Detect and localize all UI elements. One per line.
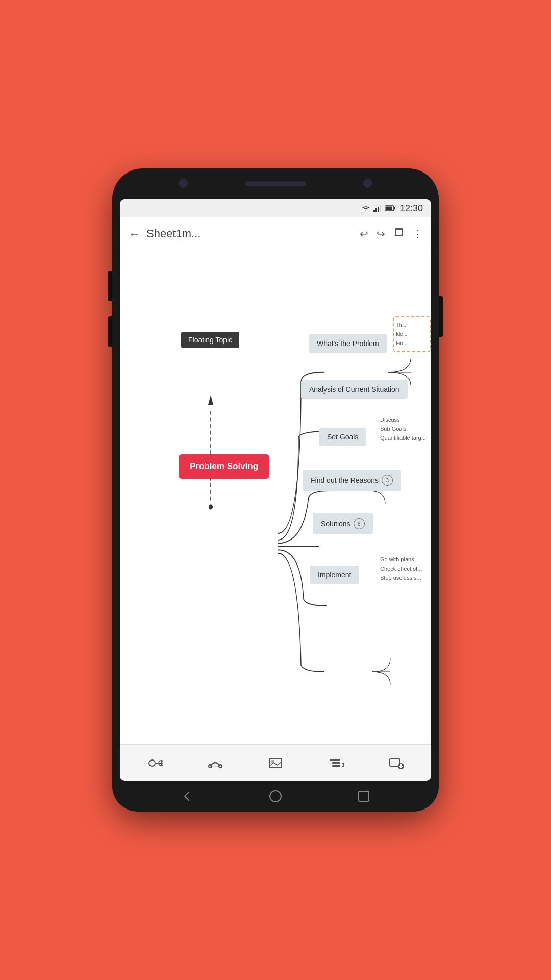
sub-stop-useless: Stop useless s... bbox=[380, 575, 421, 581]
undo-button[interactable]: ↩ bbox=[360, 228, 368, 240]
branch-solutions[interactable]: Solutions 6 bbox=[313, 513, 373, 534]
recents-nav-button[interactable] bbox=[356, 789, 371, 804]
bottom-toolbar bbox=[120, 744, 431, 781]
svg-point-11 bbox=[209, 504, 213, 509]
phone-nav-bar bbox=[112, 781, 439, 812]
branch-find-reasons[interactable]: Find out the Reasons 3 bbox=[303, 470, 401, 491]
home-nav-button[interactable] bbox=[268, 789, 283, 804]
redo-button[interactable]: ↪ bbox=[377, 228, 385, 240]
svg-rect-21 bbox=[271, 760, 274, 763]
phone-device: 12:30 ← Sheet1m... ↩ ↪ ⋮ bbox=[112, 168, 439, 812]
volume-down-button[interactable] bbox=[108, 316, 112, 347]
status-icons bbox=[361, 205, 396, 212]
branch-whats-problem[interactable]: What's the Problem bbox=[309, 334, 387, 353]
orange-partial-node: Th... Ide... Fin... bbox=[393, 316, 431, 352]
svg-rect-26 bbox=[332, 762, 340, 764]
svg-line-23 bbox=[273, 763, 278, 765]
floating-topic-node[interactable]: Floating Topic bbox=[181, 332, 239, 348]
toolbar-icons: ↩ ↪ ⋮ bbox=[360, 227, 423, 240]
camera-dot-right bbox=[363, 179, 372, 188]
back-button[interactable]: ← bbox=[128, 227, 140, 241]
battery-icon bbox=[385, 205, 396, 211]
svg-rect-6 bbox=[385, 207, 392, 210]
mindmap-canvas[interactable]: Floating Topic Problem Solving What's th… bbox=[120, 250, 431, 744]
camera-dot-left bbox=[179, 179, 188, 188]
svg-rect-0 bbox=[373, 210, 375, 212]
phone-top-bar bbox=[112, 168, 439, 199]
status-time: 12:30 bbox=[400, 203, 423, 214]
phone-screen: 12:30 ← Sheet1m... ↩ ↪ ⋮ bbox=[120, 199, 431, 781]
svg-rect-8 bbox=[396, 230, 402, 235]
wifi-icon bbox=[361, 205, 370, 212]
svg-rect-2 bbox=[378, 207, 379, 212]
sub-go-plans: Go with plans bbox=[380, 556, 414, 562]
badge-reasons: 3 bbox=[382, 475, 393, 486]
add-more-button[interactable] bbox=[384, 751, 408, 775]
branch-analysis[interactable]: Analysis of Current Situation bbox=[301, 380, 408, 399]
svg-rect-5 bbox=[394, 207, 395, 210]
app-bar: ← Sheet1m... ↩ ↪ ⋮ bbox=[120, 217, 431, 250]
sub-quantifiable: Quantifiable targ... bbox=[380, 435, 426, 441]
edit-connection-button[interactable] bbox=[203, 751, 228, 775]
insert-image-button[interactable] bbox=[263, 751, 288, 775]
sub-discuss: Discuss bbox=[380, 416, 400, 423]
volume-up-button[interactable] bbox=[108, 271, 112, 301]
svg-point-12 bbox=[149, 760, 155, 766]
add-topic-button[interactable] bbox=[143, 751, 167, 775]
svg-line-24 bbox=[278, 762, 282, 765]
format-button[interactable] bbox=[393, 227, 405, 240]
svg-marker-10 bbox=[208, 395, 213, 405]
sub-check-effect: Check effect of... bbox=[380, 566, 422, 572]
speaker bbox=[245, 181, 306, 186]
back-nav-button[interactable] bbox=[180, 789, 195, 804]
status-bar: 12:30 bbox=[120, 199, 431, 217]
central-topic-node[interactable]: Problem Solving bbox=[179, 454, 269, 479]
sub-sub-goals: Sub Goals bbox=[380, 426, 406, 432]
orange-line-1: Th... bbox=[396, 321, 428, 330]
outline-button[interactable] bbox=[323, 751, 348, 775]
app-title: Sheet1m... bbox=[146, 227, 354, 240]
branch-implement[interactable]: Implement bbox=[310, 566, 359, 584]
orange-line-2: Ide... bbox=[396, 330, 428, 339]
svg-rect-27 bbox=[332, 765, 340, 767]
badge-solutions: 6 bbox=[354, 518, 365, 529]
orange-line-3: Fin... bbox=[396, 339, 428, 348]
svg-rect-25 bbox=[330, 759, 340, 761]
mindmap-connections bbox=[120, 250, 431, 744]
power-button[interactable] bbox=[439, 296, 443, 337]
branch-set-goals[interactable]: Set Goals bbox=[319, 428, 366, 446]
svg-rect-1 bbox=[375, 208, 377, 212]
signal-icon bbox=[373, 205, 382, 212]
svg-rect-3 bbox=[380, 205, 381, 212]
more-options-button[interactable]: ⋮ bbox=[413, 228, 423, 240]
svg-line-22 bbox=[269, 763, 273, 766]
